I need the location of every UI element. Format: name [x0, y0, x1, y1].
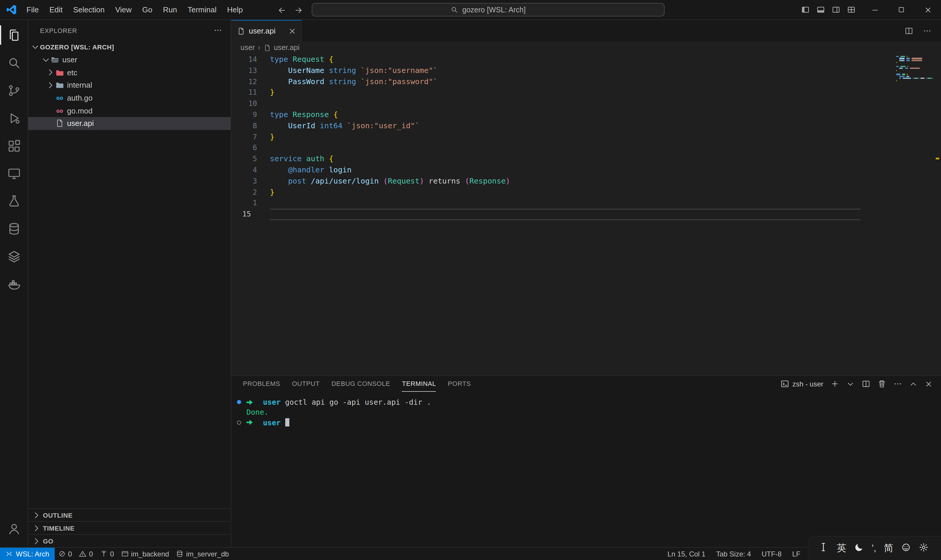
code-line[interactable]: 4 @handler login	[231, 165, 941, 176]
tree-item-auth-go[interactable]: GOauth.go	[28, 92, 231, 105]
ime-settings[interactable]	[919, 542, 929, 554]
code-line[interactable]: 15	[231, 209, 941, 220]
ime-cursor[interactable]	[818, 541, 829, 555]
tree-item-etc[interactable]: etc	[28, 66, 231, 79]
panel-more-actions-button[interactable]	[893, 379, 902, 388]
minimize-button[interactable]	[862, 0, 888, 20]
menu-selection[interactable]: Selection	[68, 0, 110, 19]
activity-item-extensions[interactable]	[0, 132, 28, 159]
menu-help[interactable]: Help	[222, 0, 248, 19]
code-line[interactable]: 3 post /api/user/login (Request) returns…	[231, 176, 941, 187]
kill-terminal-button[interactable]	[878, 379, 886, 388]
chevron-right-icon	[32, 523, 41, 533]
toggle-panel-button[interactable]	[816, 5, 825, 14]
status-item-label: 0	[68, 550, 72, 558]
activity-item-source-control[interactable]	[0, 77, 28, 104]
command-center-search[interactable]: gozero [WSL: Arch]	[312, 3, 664, 17]
maximize-button[interactable]	[888, 0, 915, 20]
panel-tab-problems[interactable]: PROBLEMS	[243, 376, 280, 392]
sidebar-header: EXPLORER	[28, 20, 231, 41]
tree-root-gozero[interactable]: GOZERO [WSL: ARCH]	[28, 41, 231, 53]
explorer-more-actions-button[interactable]	[214, 26, 222, 35]
breadcrumb-folder[interactable]: user	[241, 43, 255, 52]
code-line[interactable]: 10	[231, 98, 941, 109]
status-item-utf-8[interactable]: UTF-8	[756, 548, 787, 560]
sidebar-section-timeline[interactable]: TIMELINE	[28, 521, 231, 534]
ime-language-english[interactable]: 英	[837, 543, 846, 553]
terminal-output[interactable]: user goctl api go -api user.api -dir .Do…	[231, 392, 941, 547]
status-item-tab-size-4[interactable]: Tab Size: 4	[711, 548, 756, 560]
menu-terminal[interactable]: Terminal	[182, 0, 222, 19]
tab-close-button[interactable]	[288, 27, 297, 35]
activity-item-remote-explorer[interactable]	[0, 159, 28, 187]
split-terminal-button[interactable]	[862, 379, 870, 388]
maximize-panel-button[interactable]	[909, 380, 918, 388]
minimap[interactable]	[896, 56, 933, 84]
code-line[interactable]: 13 UserName string `json:"username"`	[231, 65, 941, 77]
activity-item-layers[interactable]	[0, 242, 28, 270]
split-editor-button[interactable]	[904, 26, 913, 35]
tree-item-user-api[interactable]: user.api	[28, 117, 231, 130]
activity-item-docker[interactable]	[0, 270, 28, 298]
code-editor[interactable]: 14type Request {13 UserName string `json…	[231, 54, 941, 375]
tab-user-api[interactable]: user.api	[231, 20, 302, 41]
status-item-0[interactable]: 0	[97, 548, 117, 560]
activity-item-explorer[interactable]	[0, 21, 28, 49]
status-item-ln-15-col-1[interactable]: Ln 15, Col 1	[662, 548, 711, 560]
code-line[interactable]: 8 UserId int64 `json:"user_id"`	[231, 121, 941, 132]
remote-indicator[interactable]: WSL: Arch	[0, 548, 54, 560]
panel-tab-terminal[interactable]: TERMINAL	[402, 376, 436, 392]
current-line-highlight	[270, 209, 860, 220]
code-text: }	[270, 87, 274, 98]
menu-run[interactable]: Run	[158, 0, 182, 19]
sidebar-section-outline[interactable]: OUTLINE	[28, 508, 231, 521]
editor-more-actions-button[interactable]	[923, 26, 932, 35]
status-item-lf[interactable]: LF	[787, 548, 806, 560]
customize-layout-button[interactable]	[847, 5, 856, 14]
code-line[interactable]: 7}	[231, 131, 941, 143]
activity-item-run-debug[interactable]	[0, 104, 28, 132]
status-item-im-server-db[interactable]: im_server_db	[172, 548, 232, 560]
ime-emoji[interactable]	[901, 542, 911, 554]
tree-item-user[interactable]: user	[28, 53, 231, 66]
ime-punctuation-mode[interactable]: ’,	[872, 543, 876, 553]
line-number: 1	[231, 198, 257, 209]
sidebar-section-go[interactable]: GO	[28, 534, 231, 547]
code-line[interactable]: 6	[231, 143, 941, 154]
close-panel-button[interactable]	[924, 380, 933, 388]
menu-file[interactable]: File	[21, 0, 44, 19]
terminal-instance-dropdown[interactable]: zsh - user	[781, 379, 823, 388]
panel-tab-ports[interactable]: PORTS	[448, 376, 471, 392]
ime-simplified-chinese[interactable]: 简	[884, 543, 893, 553]
activity-item-database[interactable]	[0, 215, 28, 242]
status-item-im-backend[interactable]: im_backend	[118, 548, 172, 560]
tree-item-internal[interactable]: internal	[28, 79, 231, 91]
code-line[interactable]: 2}	[231, 187, 941, 198]
new-terminal-button[interactable]	[830, 379, 839, 388]
menu-go[interactable]: Go	[137, 0, 158, 19]
activity-item-account[interactable]	[0, 515, 28, 542]
panel-tab-output[interactable]: OUTPUT	[292, 376, 320, 392]
ime-dark-mode[interactable]	[854, 542, 864, 554]
code-line[interactable]: 1	[231, 198, 941, 209]
code-line[interactable]: 9type Response {	[231, 109, 941, 121]
toggle-secondary-sidebar-button[interactable]	[832, 5, 840, 14]
toggle-primary-sidebar-button[interactable]	[801, 5, 810, 14]
panel-tab-debug-console[interactable]: DEBUG CONSOLE	[331, 376, 390, 392]
close-window-button[interactable]	[915, 0, 941, 20]
code-line[interactable]: 11}	[231, 87, 941, 98]
code-line[interactable]: 14type Request {	[231, 54, 941, 65]
forward-button[interactable]	[294, 6, 303, 14]
menu-edit[interactable]: Edit	[44, 0, 68, 19]
breadcrumb-file[interactable]: user.api	[274, 43, 300, 52]
terminal-profile-dropdown-button[interactable]	[846, 380, 855, 388]
code-line[interactable]: 5service auth {	[231, 154, 941, 165]
activity-item-testing[interactable]	[0, 187, 28, 215]
code-line[interactable]: 12 PassWord string `json:"password"`	[231, 76, 941, 87]
menu-view[interactable]: View	[110, 0, 137, 19]
back-button[interactable]	[278, 6, 286, 14]
tree-item-go-mod[interactable]: GOgo.mod	[28, 105, 231, 117]
status-item-0[interactable]: 0	[54, 548, 75, 560]
activity-item-search[interactable]	[0, 49, 28, 77]
status-item-0[interactable]: 0	[75, 548, 97, 560]
